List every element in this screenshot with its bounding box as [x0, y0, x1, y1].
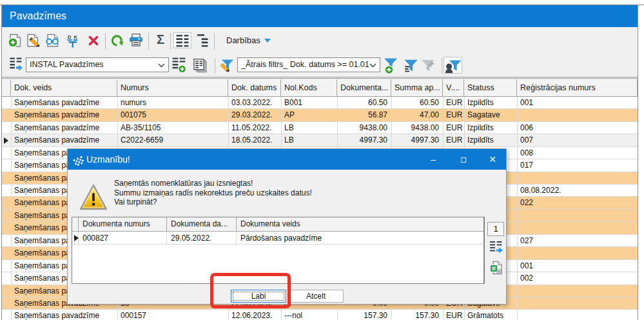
svg-text:D: D: [68, 34, 72, 40]
svg-text:K: K: [74, 34, 78, 40]
